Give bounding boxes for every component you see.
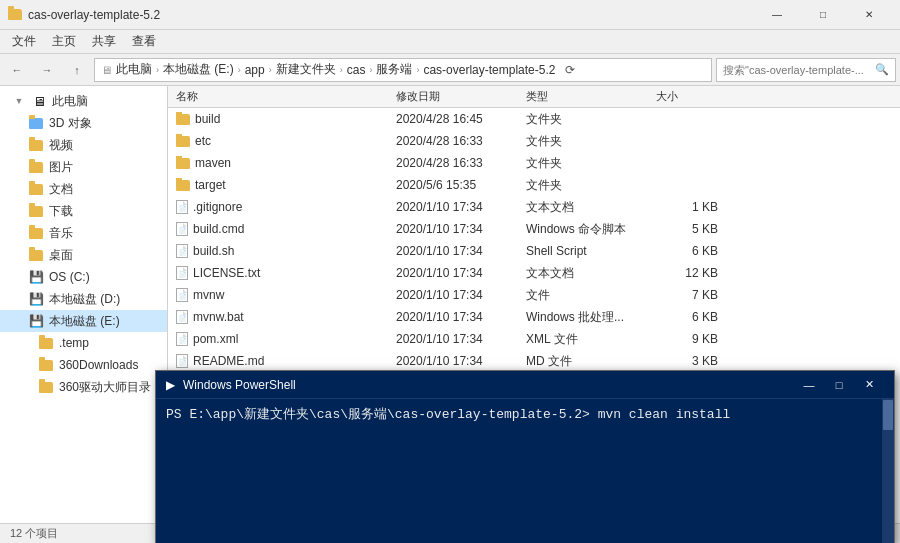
sidebar-item-downloads[interactable]: 下载 bbox=[0, 200, 167, 222]
file-row[interactable]: 📄 pom.xml 2020/1/10 17:34 XML 文件 9 KB bbox=[168, 328, 900, 350]
sidebar-item-pc[interactable]: ▼ 🖥 此电脑 bbox=[0, 90, 167, 112]
file-cell-name: maven bbox=[172, 156, 392, 170]
title-bar: cas-overlay-template-5.2 — □ ✕ bbox=[0, 0, 900, 30]
address-segment-2[interactable]: app bbox=[245, 63, 265, 77]
sidebar-item-c[interactable]: 💾 OS (C:) bbox=[0, 266, 167, 288]
file-row[interactable]: 📄 build.sh 2020/1/10 17:34 Shell Script … bbox=[168, 240, 900, 262]
sidebar-label: OS (C:) bbox=[49, 270, 90, 284]
maximize-button[interactable]: □ bbox=[800, 0, 846, 30]
ps-close-button[interactable]: ✕ bbox=[854, 374, 884, 396]
sidebar-item-temp[interactable]: .temp bbox=[0, 332, 167, 354]
ps-minimize-button[interactable]: — bbox=[794, 374, 824, 396]
sidebar-item-desktop[interactable]: 桌面 bbox=[0, 244, 167, 266]
file-cell-size: 5 KB bbox=[652, 222, 722, 236]
file-row[interactable]: 📄 .gitignore 2020/1/10 17:34 文本文档 1 KB bbox=[168, 196, 900, 218]
sidebar-item-music[interactable]: 音乐 bbox=[0, 222, 167, 244]
search-box[interactable]: 🔍 bbox=[716, 58, 896, 82]
file-cell-size: 1 KB bbox=[652, 200, 722, 214]
address-segment-5[interactable]: 服务端 bbox=[376, 61, 412, 78]
close-button[interactable]: ✕ bbox=[846, 0, 892, 30]
file-cell-date: 2020/5/6 15:35 bbox=[392, 178, 522, 192]
file-cell-name: build bbox=[172, 112, 392, 126]
file-cell-date: 2020/1/10 17:34 bbox=[392, 310, 522, 324]
ps-prompt: PS E:\app\新建文件夹\cas\服务端\cas-overlay-temp… bbox=[166, 407, 730, 422]
file-row[interactable]: 📄 LICENSE.txt 2020/1/10 17:34 文本文档 12 KB bbox=[168, 262, 900, 284]
sidebar-item-pictures[interactable]: 图片 bbox=[0, 156, 167, 178]
file-cell-name: 📄 build.cmd bbox=[172, 222, 392, 236]
file-cell-name: 📄 mvnw.bat bbox=[172, 310, 392, 324]
address-segment-0[interactable]: 此电脑 bbox=[116, 61, 152, 78]
refresh-button[interactable]: ⟳ bbox=[559, 59, 581, 81]
drive-e-icon: 💾 bbox=[28, 313, 44, 329]
address-segment-1[interactable]: 本地磁盘 (E:) bbox=[163, 61, 234, 78]
file-row[interactable]: 📄 build.cmd 2020/1/10 17:34 Windows 命令脚本… bbox=[168, 218, 900, 240]
folder-pictures-icon bbox=[28, 159, 44, 175]
file-row[interactable]: maven 2020/4/28 16:33 文件夹 bbox=[168, 152, 900, 174]
minimize-button[interactable]: — bbox=[754, 0, 800, 30]
menu-view[interactable]: 查看 bbox=[124, 31, 164, 52]
file-cell-date: 2020/1/10 17:34 bbox=[392, 222, 522, 236]
sidebar-label: .temp bbox=[59, 336, 89, 350]
sidebar-item-video[interactable]: 视频 bbox=[0, 134, 167, 156]
nav-back-button[interactable]: ← bbox=[4, 57, 30, 83]
ps-title-bar: ▶ Windows PowerShell — □ ✕ bbox=[156, 371, 894, 399]
sidebar-item-360[interactable]: 360Downloads bbox=[0, 354, 167, 376]
file-cell-type: 文件夹 bbox=[522, 155, 652, 172]
sidebar-label: 360Downloads bbox=[59, 358, 138, 372]
nav-forward-button[interactable]: → bbox=[34, 57, 60, 83]
search-input[interactable] bbox=[723, 64, 871, 76]
ps-scrollbar[interactable] bbox=[882, 399, 894, 543]
powershell-window: ▶ Windows PowerShell — □ ✕ PS E:\app\新建文… bbox=[155, 370, 895, 543]
nav-up-button[interactable]: ↑ bbox=[64, 57, 90, 83]
address-segment-4[interactable]: cas bbox=[347, 63, 366, 77]
sidebar-item-docs[interactable]: 文档 bbox=[0, 178, 167, 200]
file-row[interactable]: 📄 README.md 2020/1/10 17:34 MD 文件 3 KB bbox=[168, 350, 900, 372]
menu-file[interactable]: 文件 bbox=[4, 31, 44, 52]
menu-home[interactable]: 主页 bbox=[44, 31, 84, 52]
col-header-type[interactable]: 类型 bbox=[522, 89, 652, 104]
address-bar[interactable]: 🖥 此电脑 › 本地磁盘 (E:) › app › 新建文件夹 › cas › … bbox=[94, 58, 712, 82]
sidebar-label: 下载 bbox=[49, 203, 73, 220]
col-header-size[interactable]: 大小 bbox=[652, 89, 722, 104]
folder-360-icon bbox=[38, 357, 54, 373]
drive-c-icon: 💾 bbox=[28, 269, 44, 285]
folder-desktop-icon bbox=[28, 247, 44, 263]
file-cell-name: 📄 build.sh bbox=[172, 244, 392, 258]
file-row[interactable]: target 2020/5/6 15:35 文件夹 bbox=[168, 174, 900, 196]
sidebar-item-e[interactable]: 💾 本地磁盘 (E:) bbox=[0, 310, 167, 332]
sidebar-item-3d[interactable]: 3D 对象 bbox=[0, 112, 167, 134]
window-controls: — □ ✕ bbox=[754, 0, 892, 30]
ps-maximize-button[interactable]: □ bbox=[824, 374, 854, 396]
file-cell-type: MD 文件 bbox=[522, 353, 652, 370]
col-header-name[interactable]: 名称 bbox=[172, 89, 392, 104]
file-cell-date: 2020/4/28 16:45 bbox=[392, 112, 522, 126]
sidebar-label: 音乐 bbox=[49, 225, 73, 242]
sidebar-label: 本地磁盘 (D:) bbox=[49, 291, 120, 308]
file-cell-name: etc bbox=[172, 134, 392, 148]
file-row[interactable]: 📄 mvnw.bat 2020/1/10 17:34 Windows 批处理..… bbox=[168, 306, 900, 328]
sidebar-label: 360驱动大师目录 bbox=[59, 379, 151, 396]
file-cell-date: 2020/4/28 16:33 bbox=[392, 156, 522, 170]
sidebar-item-360driver[interactable]: 360驱动大师目录 bbox=[0, 376, 167, 398]
sidebar-label: 此电脑 bbox=[52, 93, 88, 110]
ps-controls: — □ ✕ bbox=[794, 374, 884, 396]
drive-d-icon: 💾 bbox=[28, 291, 44, 307]
address-segment-6[interactable]: cas-overlay-template-5.2 bbox=[423, 63, 555, 77]
file-cell-name: 📄 LICENSE.txt bbox=[172, 266, 392, 280]
folder-downloads-icon bbox=[28, 203, 44, 219]
folder-docs-icon bbox=[28, 181, 44, 197]
menu-share[interactable]: 共享 bbox=[84, 31, 124, 52]
ps-title: Windows PowerShell bbox=[183, 378, 786, 392]
sidebar-label: 本地磁盘 (E:) bbox=[49, 313, 120, 330]
sidebar-item-d[interactable]: 💾 本地磁盘 (D:) bbox=[0, 288, 167, 310]
col-header-date[interactable]: 修改日期 bbox=[392, 89, 522, 104]
expand-icon: ▼ bbox=[12, 94, 26, 108]
file-row[interactable]: 📄 mvnw 2020/1/10 17:34 文件 7 KB bbox=[168, 284, 900, 306]
file-cell-type: Shell Script bbox=[522, 244, 652, 258]
address-segment-3[interactable]: 新建文件夹 bbox=[276, 61, 336, 78]
ps-scrollbar-thumb[interactable] bbox=[883, 400, 893, 430]
file-row[interactable]: build 2020/4/28 16:45 文件夹 bbox=[168, 108, 900, 130]
file-row[interactable]: etc 2020/4/28 16:33 文件夹 bbox=[168, 130, 900, 152]
folder-video-icon bbox=[28, 137, 44, 153]
folder-3d-icon bbox=[28, 115, 44, 131]
